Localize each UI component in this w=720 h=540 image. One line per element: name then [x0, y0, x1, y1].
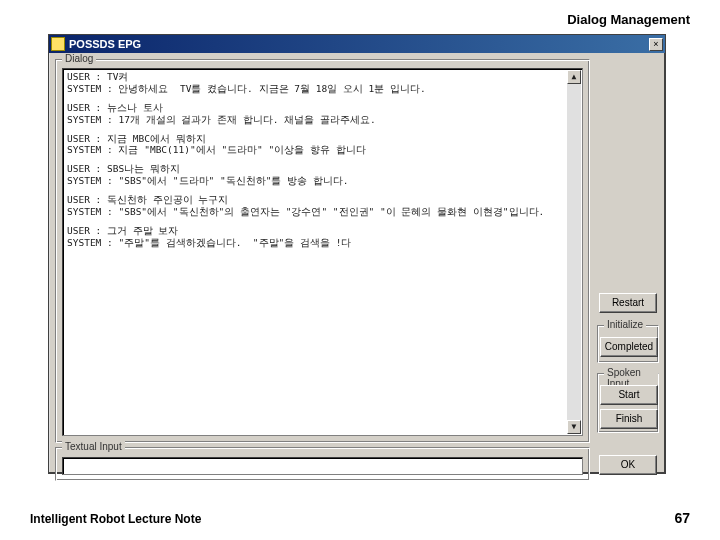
dialog-turn: USER : TV켜 SYSTEM : 안녕하세요 TV를 켰습니다. 지금은 …: [67, 71, 578, 95]
start-button[interactable]: Start: [600, 385, 658, 405]
dialog-turn: USER : 그거 주말 보자 SYSTEM : "주말"를 검색하겠습니다. …: [67, 225, 578, 249]
ok-button[interactable]: OK: [599, 455, 657, 475]
dialog-turn: USER : 뉴스나 토사 SYSTEM : 17개 개설의 걸과가 존재 합니…: [67, 102, 578, 126]
slide-footer-note: Intelligent Robot Lecture Note: [30, 512, 201, 526]
restart-button[interactable]: Restart: [599, 293, 657, 313]
slide-page-number: 67: [674, 510, 690, 526]
dialog-turn: USER : 지금 MBC에서 뭐하지 SYSTEM : 지금 "MBC(11)…: [67, 133, 578, 157]
titlebar: POSSDS EPG ×: [49, 35, 665, 53]
initialize-groupbox-label: Initialize: [604, 319, 646, 330]
dialog-turn: USER : 독신천하 주인공이 누구지 SYSTEM : "SBS"에서 "독…: [67, 194, 578, 218]
window-title: POSSDS EPG: [69, 38, 647, 50]
spoken-input-groupbox: Spoken Input Start Finish: [597, 373, 659, 433]
close-button[interactable]: ×: [649, 38, 663, 51]
scroll-up-icon[interactable]: ▲: [567, 70, 581, 84]
textual-input-label: Textual Input: [62, 441, 125, 452]
textual-input-groupbox: Textual Input: [55, 447, 590, 481]
dialog-log-textarea[interactable]: USER : TV켜 SYSTEM : 안녕하세요 TV를 켰습니다. 지금은 …: [62, 68, 583, 436]
dialog-groupbox: Dialog USER : TV켜 SYSTEM : 안녕하세요 TV를 켰습니…: [55, 59, 590, 443]
dialog-groupbox-label: Dialog: [62, 53, 96, 64]
dialog-turn: USER : SBS나는 뭐하지 SYSTEM : "SBS"에서 "드라마" …: [67, 163, 578, 187]
initialize-groupbox: Initialize Completed: [597, 325, 659, 363]
right-button-column: Restart Initialize Completed Spoken Inpu…: [597, 59, 659, 467]
textual-input-field[interactable]: [62, 457, 583, 475]
app-icon: [51, 37, 65, 51]
client-area: Dialog USER : TV켜 SYSTEM : 안녕하세요 TV를 켰습니…: [49, 53, 665, 473]
dialog-scrollbar[interactable]: ▲ ▼: [567, 70, 581, 434]
slide-header-title: Dialog Management: [567, 12, 690, 27]
finish-button[interactable]: Finish: [600, 409, 658, 429]
completed-button[interactable]: Completed: [600, 337, 658, 357]
app-window: POSSDS EPG × Dialog USER : TV켜 SYSTEM : …: [48, 34, 666, 474]
scroll-down-icon[interactable]: ▼: [567, 420, 581, 434]
